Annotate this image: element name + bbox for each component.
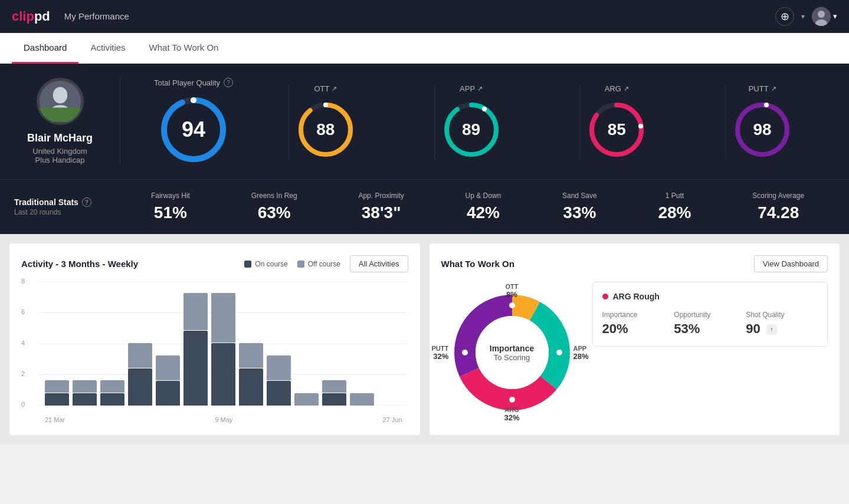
scores-section: Total Player Quality ? 94 OTT ↗ [120, 78, 835, 165]
stats-info-icon[interactable]: ? [82, 197, 91, 207]
bar-off-4 [156, 355, 180, 380]
app-arrow: ↗ [477, 85, 483, 93]
ott-value: 88 [316, 120, 335, 139]
player-name: Blair McHarg [27, 132, 93, 144]
player-info: Blair McHarg United Kingdom Plus Handica… [14, 78, 120, 165]
putt-value: 98 [753, 120, 772, 139]
avatar-button[interactable]: ▾ [812, 7, 837, 26]
nav-tabs: Dashboard Activities What To Work On [0, 33, 849, 64]
avatar-caret: ▾ [833, 12, 837, 21]
bar-on-0 [45, 393, 69, 406]
bar-group-8 [267, 355, 291, 406]
bar-on-5 [183, 331, 208, 406]
bars-container [39, 282, 408, 406]
player-handicap: Plus Handicap [35, 156, 85, 164]
svg-rect-6 [40, 108, 81, 123]
view-dashboard-button[interactable]: View Dashboard [754, 255, 828, 272]
bar-group-2 [100, 380, 124, 406]
bar-on-6 [211, 343, 235, 406]
logo-pd: pd [34, 9, 50, 24]
app-ring: 89 [442, 100, 501, 159]
bar-group-1 [73, 380, 97, 406]
legend-on-course: On course [244, 260, 287, 268]
bar-off-2 [100, 380, 124, 393]
tab-what-to-work-on[interactable]: What To Work On [137, 33, 231, 64]
tab-dashboard[interactable]: Dashboard [12, 33, 78, 64]
header: clippd My Performance ⊕ ▾ ▾ [0, 0, 849, 33]
svg-point-4 [53, 87, 67, 104]
svg-point-18 [638, 124, 643, 129]
stat-one-putt: 1 Putt 28% [658, 192, 691, 222]
bar-off-3 [128, 343, 152, 368]
legend-on-course-dot [244, 261, 251, 268]
bar-off-6 [211, 293, 235, 342]
info-stat-importance: Importance 20% [602, 311, 674, 337]
all-activities-button[interactable]: All Activities [350, 255, 408, 272]
x-label-jun: 27 Jun [382, 416, 402, 423]
bar-group-5 [183, 293, 208, 406]
bar-group-9 [294, 393, 319, 406]
bar-on-7 [239, 368, 263, 406]
bar-on-1 [73, 393, 97, 406]
bar-off-10 [322, 380, 346, 393]
donut-label-arg: ARG 32% [504, 406, 519, 422]
header-title: My Performance [64, 11, 775, 21]
activity-card-controls: On course Off course All Activities [244, 255, 408, 272]
donut-label-app: APP 28% [573, 345, 588, 361]
ott-ring: 88 [296, 100, 355, 159]
putt-label: PUTT ↗ [749, 84, 776, 93]
info-card-stats: Importance 20% Opportunity 53% Shot Qual… [602, 311, 818, 337]
svg-point-15 [482, 107, 487, 111]
svg-point-21 [764, 103, 769, 107]
putt-ring: 98 [733, 100, 792, 159]
stat-fairways-hit: Fairways Hit 51% [151, 192, 190, 222]
bar-off-7 [239, 343, 263, 368]
activity-card-header: Activity - 3 Months - Weekly On course O… [21, 255, 408, 272]
avatar [812, 7, 831, 26]
wtwo-card-title: What To Work On [441, 259, 514, 269]
stats-items: Fairways Hit 51% Greens In Reg 63% App. … [120, 192, 835, 222]
chart-legend: On course Off course [244, 260, 340, 268]
ott-label: OTT ↗ [314, 84, 337, 93]
logo-clip: clip [12, 9, 34, 24]
sub-score-ott: OTT ↗ 88 [289, 84, 362, 159]
bar-on-8 [267, 381, 291, 406]
bar-group-3 [128, 343, 152, 406]
x-labels: 21 Mar 9 May 27 Jun [39, 416, 408, 423]
player-avatar [37, 78, 84, 125]
stat-greens-in-reg: Greens In Reg 63% [251, 192, 297, 222]
bar-off-11 [350, 393, 374, 406]
wtwo-card: What To Work On View Dashboard [430, 243, 840, 435]
svg-point-9 [191, 97, 196, 103]
sub-score-putt: PUTT ↗ 98 [725, 84, 799, 159]
main-score: Total Player Quality ? 94 [135, 78, 253, 165]
donut-chart: Importance To Scoring OTT 8% APP 28% ARG [441, 282, 583, 423]
tab-activities[interactable]: Activities [78, 33, 137, 64]
info-card: ARG Rough Importance 20% Opportunity 53%… [592, 282, 828, 347]
info-card-title: ARG Rough [602, 292, 818, 301]
add-button[interactable]: ⊕ [775, 7, 794, 26]
donut-label-ott: OTT 8% [506, 283, 519, 299]
hero-section: Blair McHarg United Kingdom Plus Handica… [0, 64, 849, 179]
header-actions: ⊕ ▾ ▾ [775, 7, 837, 26]
bar-on-4 [156, 381, 180, 406]
sub-score-app: APP ↗ 89 [434, 84, 508, 159]
legend-off-course: Off course [297, 260, 340, 268]
total-quality-info-icon[interactable]: ? [224, 78, 233, 87]
bottom-section: Activity - 3 Months - Weekly On course O… [0, 234, 849, 444]
arg-rough-dot [602, 294, 608, 299]
stats-title: Traditional Stats ? [14, 197, 120, 207]
logo-text: clippd [12, 9, 50, 24]
player-country: United Kingdom [32, 147, 87, 156]
add-icon: ⊕ [781, 10, 789, 23]
svg-point-1 [818, 11, 825, 18]
logo: clippd [12, 9, 50, 24]
stats-label-section: Traditional Stats ? Last 20 rounds [14, 197, 120, 216]
x-label-mar: 21 Mar [45, 416, 65, 423]
main-score-label: Total Player Quality ? [154, 78, 233, 87]
bar-off-0 [45, 380, 69, 393]
activity-card-title: Activity - 3 Months - Weekly [21, 259, 138, 269]
bar-group-11 [350, 393, 374, 406]
ott-arrow: ↗ [332, 85, 337, 93]
bar-off-1 [73, 380, 97, 393]
